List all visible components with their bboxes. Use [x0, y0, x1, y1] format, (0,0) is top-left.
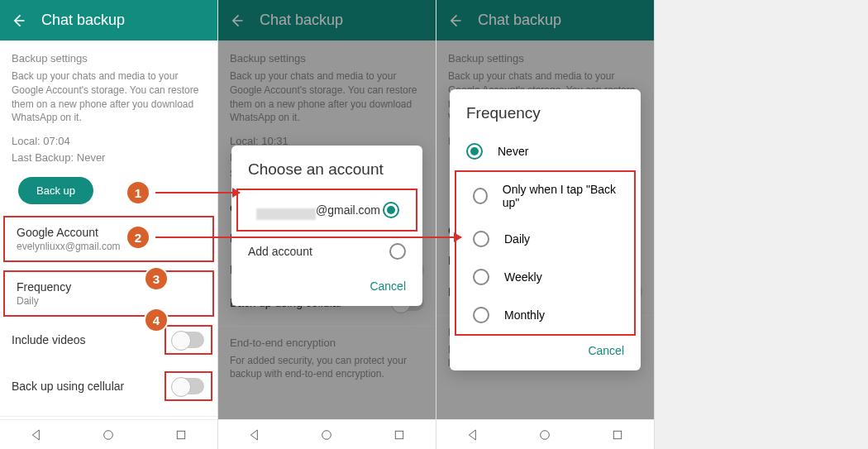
- dialog-title: Choose an account: [231, 160, 422, 189]
- nav-home-icon[interactable]: [102, 428, 115, 442]
- svg-point-3: [322, 430, 331, 439]
- frequency-row[interactable]: Frequency Daily: [3, 270, 214, 317]
- callout-badge-2: 2: [126, 225, 150, 250]
- freq-weekly[interactable]: Weekly: [456, 258, 634, 296]
- freq-monthly-label: Monthly: [504, 308, 545, 322]
- account-dialog: Choose an account @gmail.com Add account…: [231, 146, 422, 306]
- radio-selected[interactable]: [466, 143, 483, 160]
- svg-rect-2: [177, 431, 184, 438]
- back-arrow-icon[interactable]: [10, 12, 26, 29]
- callout-badge-4: 4: [144, 308, 169, 332]
- phone-screen-3: Chat backup Backup settings Back up your…: [436, 0, 655, 449]
- nav-recent-icon[interactable]: [611, 428, 624, 442]
- appbar-title: Chat backup: [41, 12, 125, 29]
- google-account-label: Google Account: [17, 226, 121, 239]
- frequency-dialog: Frequency Never Only when I tap "Back up…: [450, 89, 641, 370]
- nav-back-icon[interactable]: [30, 428, 43, 442]
- svg-point-5: [541, 430, 550, 439]
- freq-monthly[interactable]: Monthly: [456, 296, 634, 334]
- callout-badge-1: 1: [126, 180, 150, 205]
- phone-screen-2: Chat backup Backup settings Back up your…: [218, 0, 436, 449]
- android-navbar: [218, 419, 436, 449]
- include-videos-toggle[interactable]: [173, 332, 204, 348]
- radio-unselected[interactable]: [389, 243, 406, 260]
- nav-recent-icon[interactable]: [393, 428, 406, 442]
- phone-screen-1: Chat backup Backup settings Back up your…: [0, 0, 218, 449]
- appbar: Chat backup: [0, 0, 217, 41]
- svg-rect-4: [395, 431, 403, 438]
- cellular-row[interactable]: Back up using cellular: [0, 363, 217, 409]
- include-videos-label: Include videos: [12, 333, 86, 346]
- radio-selected[interactable]: [383, 202, 399, 218]
- freq-daily-label: Daily: [504, 232, 530, 246]
- callout-badge-3: 3: [144, 266, 169, 291]
- account-email-suffix: @gmail.com: [316, 203, 380, 217]
- freq-daily[interactable]: Daily: [456, 220, 634, 258]
- redacted-name: [256, 208, 316, 220]
- radio-unselected[interactable]: [473, 307, 489, 323]
- callout-arrow-2: [155, 236, 461, 238]
- nav-home-icon[interactable]: [538, 428, 551, 442]
- section-title: Backup settings: [12, 52, 206, 64]
- local-time: Local: 07:04: [12, 133, 206, 150]
- account-option[interactable]: @gmail.com: [236, 189, 417, 232]
- cellular-toggle[interactable]: [173, 378, 204, 394]
- freq-never[interactable]: Never: [450, 132, 641, 170]
- svg-rect-6: [613, 431, 621, 438]
- radio-unselected[interactable]: [473, 188, 488, 204]
- google-account-email: evelynliuxx@gmail.com: [17, 241, 121, 252]
- nav-recent-icon[interactable]: [174, 428, 188, 442]
- include-videos-row[interactable]: Include videos: [0, 317, 217, 363]
- freq-never-label: Never: [498, 145, 528, 158]
- frequency-label: Frequency: [17, 280, 71, 294]
- freq-weekly-label: Weekly: [504, 270, 542, 284]
- nav-back-icon[interactable]: [466, 428, 479, 442]
- last-backup: Last Backup: Never: [12, 150, 206, 166]
- svg-point-1: [104, 430, 113, 439]
- cellular-label: Back up using cellular: [12, 380, 124, 393]
- add-account-label: Add account: [248, 245, 312, 258]
- android-navbar: [436, 419, 654, 449]
- nav-home-icon[interactable]: [320, 428, 333, 442]
- callout-arrow-1: [155, 192, 240, 193]
- section-desc: Back up your chats and media to your Goo…: [12, 69, 206, 125]
- frequency-value: Daily: [17, 295, 71, 307]
- dialog-cancel-button[interactable]: Cancel: [450, 336, 641, 362]
- freq-tap[interactable]: Only when I tap "Back up": [456, 172, 634, 220]
- freq-tap-label: Only when I tap "Back up": [503, 183, 618, 209]
- google-account-row[interactable]: Google Account evelynliuxx@gmail.com: [3, 216, 214, 262]
- nav-back-icon[interactable]: [248, 428, 261, 442]
- dialog-cancel-button[interactable]: Cancel: [231, 271, 422, 298]
- android-navbar: [0, 419, 217, 449]
- radio-unselected[interactable]: [473, 231, 489, 247]
- backup-button[interactable]: Back up: [18, 177, 93, 204]
- radio-unselected[interactable]: [473, 269, 489, 285]
- dialog-title: Frequency: [450, 104, 641, 132]
